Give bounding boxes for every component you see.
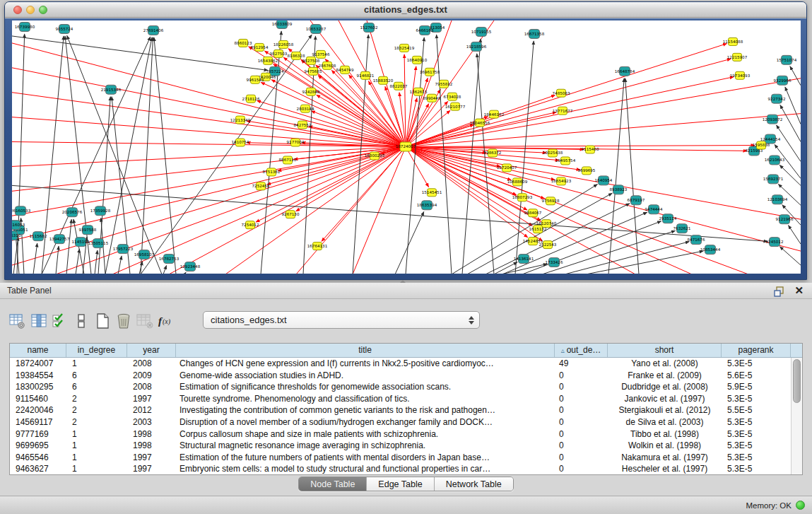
black-edge[interactable] bbox=[163, 265, 167, 274]
black-edge[interactable] bbox=[790, 66, 801, 86]
graph-node[interactable]: 15883520 bbox=[373, 76, 394, 84]
column-header-in_degree[interactable]: in_degree bbox=[66, 344, 127, 357]
graph-node[interactable]: 10653287 bbox=[306, 24, 326, 33]
graph-node[interactable]: 18807293 bbox=[512, 194, 533, 201]
graph-node[interactable]: 9227342 bbox=[768, 94, 786, 103]
graph-node[interactable]: 2935114 bbox=[659, 214, 677, 223]
row-options-icon[interactable] bbox=[71, 310, 92, 332]
graph-node[interactable]: 16764131 bbox=[307, 243, 328, 250]
function-builder-icon[interactable]: f(x) bbox=[155, 310, 177, 332]
graph-node[interactable]: 8938923 bbox=[610, 185, 628, 194]
black-edge[interactable] bbox=[779, 165, 801, 185]
graph-node[interactable]: 9115460 bbox=[582, 146, 599, 153]
graph-node[interactable]: 16210777 bbox=[445, 103, 466, 110]
table-row[interactable]: 1872400712008Changes of HCN gene express… bbox=[10, 358, 791, 370]
graph-node[interactable]: 9146821 bbox=[357, 71, 375, 79]
show-columns-icon[interactable] bbox=[28, 310, 49, 332]
black-edge[interactable] bbox=[95, 250, 98, 274]
graph-node[interactable]: 9884067 bbox=[524, 209, 542, 217]
graph-node[interactable]: 2718126 bbox=[242, 95, 260, 103]
graph-node[interactable]: 18635394 bbox=[417, 201, 437, 210]
graph-node[interactable]: 16958107 bbox=[134, 250, 155, 259]
graph-node[interactable]: 19734093 bbox=[730, 71, 751, 79]
graph-node[interactable]: 13505115 bbox=[88, 239, 109, 248]
scrollbar-thumb[interactable] bbox=[793, 359, 801, 403]
graph-node[interactable]: 27691406 bbox=[143, 25, 164, 35]
graph-node[interactable]: 17359928 bbox=[90, 206, 111, 216]
network-canvas[interactable]: 9055724167399802769140616033809106532871… bbox=[12, 21, 801, 274]
black-edge[interactable] bbox=[76, 249, 79, 274]
graph-node[interactable]: 9242848 bbox=[302, 88, 320, 95]
tab-node-table[interactable]: Node Table bbox=[299, 477, 367, 491]
graph-node[interactable]: 10025438 bbox=[543, 149, 563, 157]
close-panel-icon[interactable]: ✕ bbox=[794, 284, 804, 297]
red-edge[interactable] bbox=[12, 68, 406, 147]
graph-node[interactable]: 1640954 bbox=[595, 176, 613, 185]
table-row[interactable]: 1830029562008Estimation of significance … bbox=[10, 381, 791, 393]
float-panel-icon[interactable] bbox=[774, 286, 785, 297]
graph-node[interactable]: 15145451 bbox=[422, 189, 442, 197]
graph-node[interactable]: 1615132 bbox=[529, 226, 547, 233]
black-edge[interactable] bbox=[788, 226, 801, 245]
red-edge[interactable] bbox=[406, 66, 416, 147]
red-edge[interactable] bbox=[406, 112, 556, 147]
column-header-year[interactable]: year bbox=[127, 344, 176, 357]
column-header-name[interactable]: name bbox=[10, 344, 66, 357]
red-edge[interactable] bbox=[12, 93, 406, 147]
table-row[interactable]: 1456911722003Disruption of a novel membe… bbox=[10, 416, 791, 428]
column-header-title[interactable]: title bbox=[176, 344, 555, 357]
column-header-out_degree[interactable]: ▵out_de… bbox=[555, 344, 608, 357]
red-edge[interactable] bbox=[12, 147, 406, 266]
graph-node[interactable]: 7986372 bbox=[484, 149, 502, 157]
graph-node[interactable]: 13942757 bbox=[49, 235, 70, 244]
graph-node[interactable]: 8912954 bbox=[251, 43, 269, 51]
red-edge[interactable] bbox=[296, 147, 406, 274]
graph-node[interactable]: 15692371 bbox=[763, 175, 784, 184]
graph-node[interactable]: 8454749 bbox=[336, 66, 354, 74]
red-edge[interactable] bbox=[112, 147, 406, 274]
graph-node[interactable]: 8867110 bbox=[279, 156, 297, 164]
graph-node[interactable]: 9474444 bbox=[645, 205, 663, 214]
graph-node[interactable]: 9329966 bbox=[774, 76, 792, 85]
graph-node[interactable]: 18226058 bbox=[273, 40, 294, 48]
graph-node[interactable]: 12215907 bbox=[727, 53, 748, 61]
graph-node[interactable]: 7955812 bbox=[435, 80, 453, 88]
table-row[interactable]: 946362711997Embryonic stem cells: a mode… bbox=[10, 463, 791, 474]
column-header-short[interactable]: short bbox=[608, 344, 722, 357]
graph-node[interactable]: 7254012 bbox=[242, 221, 259, 229]
black-edge[interactable] bbox=[779, 247, 801, 265]
graph-node[interactable]: 16739980 bbox=[15, 22, 35, 31]
red-edge[interactable] bbox=[404, 54, 406, 147]
black-edge[interactable] bbox=[105, 37, 152, 274]
table-row[interactable]: 977716911998Corpus callosum shape and si… bbox=[10, 428, 791, 440]
graph-node[interactable]: 20206576 bbox=[62, 208, 83, 217]
black-edge[interactable] bbox=[154, 37, 176, 274]
graph-node[interactable]: 7485083 bbox=[553, 89, 570, 97]
graph-node[interactable]: 12093872 bbox=[763, 115, 782, 124]
graph-node[interactable]: 16671358 bbox=[524, 29, 545, 38]
red-edge[interactable] bbox=[225, 147, 406, 274]
graph-node[interactable]: 9055724 bbox=[56, 24, 73, 33]
graph-node[interactable]: 9245012 bbox=[766, 238, 784, 247]
graph-node[interactable]: 1527602 bbox=[360, 23, 378, 32]
graph-node[interactable]: 16961758 bbox=[420, 68, 440, 76]
table-row[interactable]: 946554611997Estimation of the future num… bbox=[10, 452, 791, 464]
graph-node[interactable]: 12923448 bbox=[180, 262, 201, 271]
black-edge[interactable] bbox=[184, 272, 186, 274]
black-edge[interactable] bbox=[494, 262, 517, 274]
red-edge[interactable] bbox=[406, 114, 801, 147]
table-select[interactable]: citations_edges.txt bbox=[203, 311, 480, 329]
graph-node[interactable]: 16648784 bbox=[615, 66, 635, 76]
red-edge[interactable] bbox=[12, 43, 406, 147]
graph-node[interactable]: 19495754 bbox=[555, 157, 576, 165]
graph-node[interactable]: 26160533 bbox=[12, 206, 31, 216]
red-edge[interactable] bbox=[322, 147, 406, 242]
tab-network-table[interactable]: Network Table bbox=[435, 477, 513, 491]
red-edge[interactable] bbox=[12, 147, 406, 167]
black-edge[interactable] bbox=[141, 37, 153, 274]
table-row[interactable]: 1938455462009Genome-wide association stu… bbox=[10, 370, 791, 382]
black-edge[interactable] bbox=[777, 125, 801, 162]
graph-node[interactable]: 8751361 bbox=[263, 168, 281, 176]
graph-node[interactable]: 19218596 bbox=[466, 42, 487, 51]
graph-node[interactable]: 16210643 bbox=[765, 156, 785, 165]
